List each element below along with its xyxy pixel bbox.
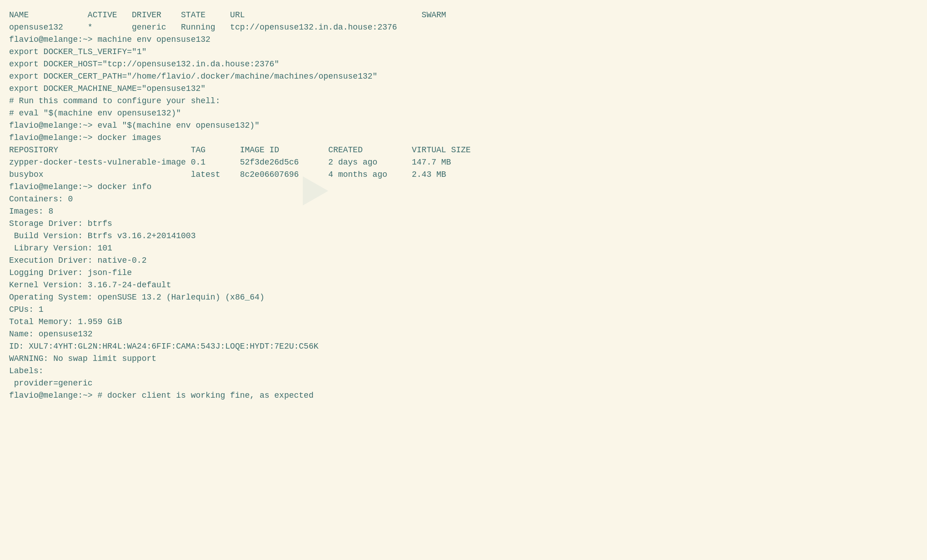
- terminal-output: NAME ACTIVE DRIVER STATE URL SWARM opens…: [9, 9, 918, 402]
- play-icon-overlay: [296, 173, 332, 209]
- svg-marker-0: [303, 176, 328, 205]
